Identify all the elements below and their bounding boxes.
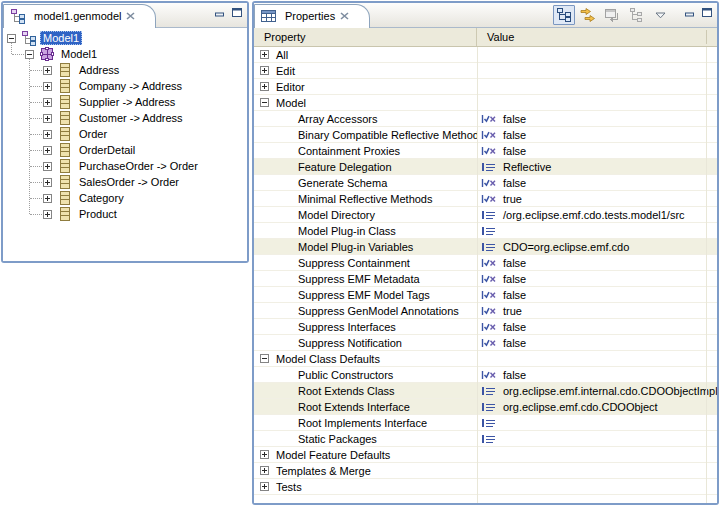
expand-toggle-icon[interactable] bbox=[43, 162, 52, 171]
expand-toggle-icon[interactable] bbox=[260, 482, 269, 491]
boolean-value-icon bbox=[481, 288, 497, 302]
tree-connector bbox=[30, 182, 42, 183]
tree-connector bbox=[30, 134, 42, 135]
view-menu-button[interactable] bbox=[649, 5, 671, 25]
expand-toggle-icon[interactable] bbox=[260, 98, 269, 107]
property-value-cell[interactable]: false bbox=[477, 255, 717, 270]
property-value-cell[interactable]: org.eclipse.emf.internal.cdo.CDOObjectIm… bbox=[477, 383, 717, 398]
category-row[interactable]: Edit bbox=[254, 63, 717, 79]
property-row[interactable]: Suppress GenModel Annotationstrue bbox=[254, 303, 717, 319]
property-value-cell[interactable]: false bbox=[477, 335, 717, 350]
property-row[interactable]: Suppress Interfacesfalse bbox=[254, 319, 717, 335]
property-value-cell[interactable]: false bbox=[477, 143, 717, 158]
property-value-cell[interactable] bbox=[477, 351, 717, 366]
expand-toggle-icon[interactable] bbox=[43, 178, 52, 187]
maximize-button[interactable] bbox=[232, 8, 242, 17]
property-value-cell[interactable] bbox=[477, 95, 717, 110]
property-row[interactable]: Root Extends Classorg.eclipse.emf.intern… bbox=[254, 383, 717, 399]
expand-toggle-icon[interactable] bbox=[43, 194, 52, 203]
tree-item-label: Product bbox=[76, 207, 120, 221]
property-value-cell[interactable] bbox=[477, 463, 717, 478]
expand-toggle-icon[interactable] bbox=[43, 82, 52, 91]
category-row[interactable]: Model bbox=[254, 95, 717, 111]
category-row[interactable]: Templates & Merge bbox=[254, 463, 717, 479]
property-value-cell[interactable]: false bbox=[477, 111, 717, 126]
category-row[interactable]: Editor bbox=[254, 79, 717, 95]
category-row[interactable]: All bbox=[254, 47, 717, 63]
expand-toggle-icon[interactable] bbox=[43, 114, 52, 123]
expand-toggle-icon[interactable] bbox=[260, 66, 269, 75]
expand-toggle-icon[interactable] bbox=[43, 146, 52, 155]
expand-toggle-icon[interactable] bbox=[25, 50, 34, 59]
property-value-cell[interactable]: true bbox=[477, 303, 717, 318]
property-row[interactable]: Generate Schemafalse bbox=[254, 175, 717, 191]
property-name-cell: Root Extends Interface bbox=[254, 399, 477, 414]
property-row[interactable]: Minimal Reflective Methodstrue bbox=[254, 191, 717, 207]
property-value-cell[interactable] bbox=[477, 431, 717, 446]
maximize-button[interactable] bbox=[702, 8, 712, 17]
property-row[interactable]: Model Directory/org.eclipse.emf.cdo.test… bbox=[254, 207, 717, 223]
property-value-cell[interactable]: false bbox=[477, 319, 717, 334]
tab-properties[interactable]: Properties bbox=[254, 4, 370, 28]
property-value-cell[interactable]: /org.eclipse.emf.cdo.tests.model1/src bbox=[477, 207, 717, 222]
property-value-cell[interactable]: CDO=org.eclipse.emf.cdo bbox=[477, 239, 717, 254]
expand-toggle-icon[interactable] bbox=[260, 354, 269, 363]
show-advanced-properties-button[interactable] bbox=[577, 5, 599, 25]
property-value-cell[interactable] bbox=[477, 63, 717, 78]
property-value-cell[interactable] bbox=[477, 223, 717, 238]
property-value-cell[interactable]: Reflective bbox=[477, 159, 717, 174]
tree-item-label: Model1 bbox=[40, 31, 82, 45]
property-row[interactable]: Model Plug-in Class bbox=[254, 223, 717, 239]
property-row[interactable]: Binary Compatible Reflective Methodsfals… bbox=[254, 127, 717, 143]
property-row[interactable]: Array Accessorsfalse bbox=[254, 111, 717, 127]
tab-close-icon[interactable] bbox=[126, 12, 135, 20]
tab-close-icon[interactable] bbox=[340, 12, 349, 20]
tree-connector bbox=[30, 70, 42, 71]
property-value: false bbox=[503, 273, 526, 285]
property-row[interactable]: Suppress Notificationfalse bbox=[254, 335, 717, 351]
property-value-cell[interactable]: false bbox=[477, 175, 717, 190]
expand-toggle-icon[interactable] bbox=[260, 450, 269, 459]
property-row[interactable]: Suppress Containmentfalse bbox=[254, 255, 717, 271]
expand-toggle-icon[interactable] bbox=[43, 210, 52, 219]
property-value-cell[interactable]: org.eclipse.emf.cdo.CDOObject bbox=[477, 399, 717, 414]
category-row[interactable]: Model Class Defaults bbox=[254, 351, 717, 367]
expand-toggle-icon[interactable] bbox=[260, 82, 269, 91]
property-value-cell[interactable] bbox=[477, 415, 717, 430]
property-value-cell[interactable]: false bbox=[477, 367, 717, 382]
tab-model1-genmodel[interactable]: model1.genmodel bbox=[3, 4, 156, 28]
property-value: true bbox=[503, 193, 522, 205]
property-row[interactable]: Containment Proxiesfalse bbox=[254, 143, 717, 159]
expand-toggle-icon[interactable] bbox=[260, 50, 269, 59]
property-row[interactable]: Static Packages bbox=[254, 431, 717, 447]
property-value-cell[interactable] bbox=[477, 47, 717, 62]
property-value-cell[interactable] bbox=[477, 479, 717, 494]
property-value-cell[interactable] bbox=[477, 79, 717, 94]
property-row[interactable]: Feature DelegationReflective bbox=[254, 159, 717, 175]
property-row[interactable]: Public Constructorsfalse bbox=[254, 367, 717, 383]
property-row[interactable]: Root Implements Interface bbox=[254, 415, 717, 431]
expand-toggle-icon[interactable] bbox=[43, 130, 52, 139]
category-row[interactable]: Tests bbox=[254, 479, 717, 495]
property-row[interactable]: Root Extends Interfaceorg.eclipse.emf.cd… bbox=[254, 399, 717, 415]
property-row[interactable]: Model Plug-in VariablesCDO=org.eclipse.e… bbox=[254, 239, 717, 255]
show-categories-button[interactable] bbox=[553, 5, 575, 25]
property-value-cell[interactable]: true bbox=[477, 191, 717, 206]
expand-toggle-icon[interactable] bbox=[7, 34, 16, 43]
property-value-cell[interactable]: false bbox=[477, 127, 717, 142]
expand-toggle-icon[interactable] bbox=[43, 98, 52, 107]
property-value-cell[interactable]: false bbox=[477, 287, 717, 302]
tree-item[interactable]: Model1 bbox=[3, 46, 247, 62]
property-row[interactable]: Suppress EMF Metadatafalse bbox=[254, 271, 717, 287]
expand-toggle-icon[interactable] bbox=[43, 66, 52, 75]
expand-toggle-icon[interactable] bbox=[260, 466, 269, 475]
column-header-property[interactable]: Property bbox=[254, 28, 477, 46]
property-value-cell[interactable]: false bbox=[477, 271, 717, 286]
column-header-value[interactable]: Value bbox=[477, 28, 717, 46]
category-row[interactable]: Model Feature Defaults bbox=[254, 447, 717, 463]
property-row[interactable]: Suppress EMF Model Tagsfalse bbox=[254, 287, 717, 303]
minimize-button[interactable] bbox=[215, 8, 225, 17]
tree-item[interactable]: Model1 bbox=[3, 30, 247, 46]
property-value-cell[interactable] bbox=[477, 447, 717, 462]
minimize-button[interactable] bbox=[685, 8, 695, 17]
